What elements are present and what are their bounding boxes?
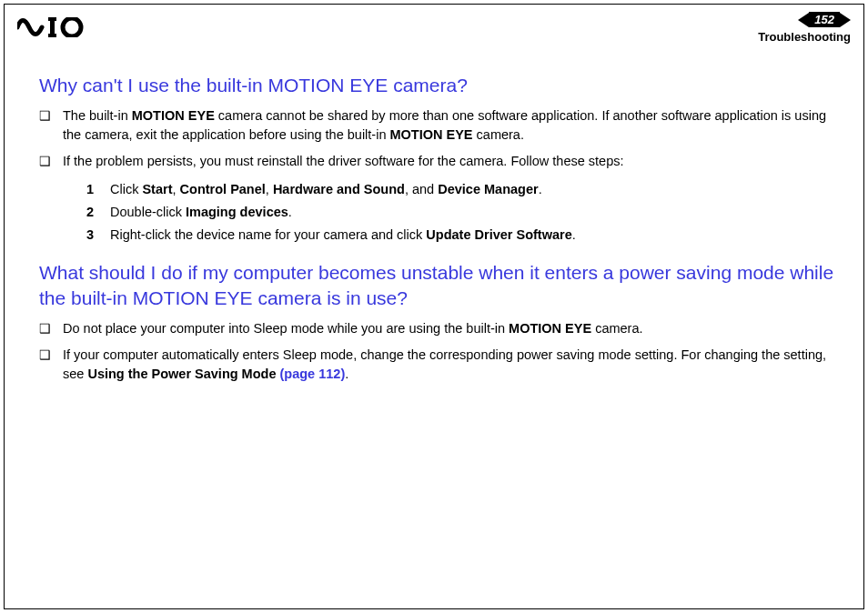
question-2-heading: What should I do if my computer becomes … [39,260,836,310]
step-number: 3 [86,224,94,246]
step-item: 1 Click Start, Control Panel, Hardware a… [86,178,836,201]
step-item: 2 Double-click Imaging devices. [86,201,836,224]
step-number: 1 [86,178,94,201]
list-item: Do not place your computer into Sleep mo… [39,319,836,338]
question-1-heading: Why can't I use the built-in MOTION EYE … [39,73,836,97]
page-number: 152 [809,12,840,27]
step-item: 3 Right-click the device name for your c… [86,224,836,246]
page-reference-link[interactable]: (page 112) [280,367,346,381]
header-right: 152 Troubleshooting [758,12,851,44]
list-item: The built-in MOTION EYE camera cannot be… [39,106,836,145]
svg-point-3 [63,18,81,36]
prev-page-icon[interactable] [798,13,809,27]
vaio-logo [17,12,105,37]
page-content: Why can't I use the built-in MOTION EYE … [5,47,863,384]
step-number: 2 [86,201,94,224]
section-label: Troubleshooting [758,30,851,44]
list-item: If the problem persists, you must reinst… [39,152,836,246]
document-page: 152 Troubleshooting Why can't I use the … [4,4,864,609]
page-number-badge: 152 [798,12,851,27]
page-header: 152 Troubleshooting [5,5,863,47]
list-item: If your computer automatically enters Sl… [39,346,836,384]
svg-rect-1 [48,17,56,21]
steps-list: 1 Click Start, Control Panel, Hardware a… [63,178,836,246]
question-2-answers: Do not place your computer into Sleep mo… [39,319,836,384]
svg-rect-2 [48,34,56,37]
next-page-icon[interactable] [840,13,851,27]
question-1-answers: The built-in MOTION EYE camera cannot be… [39,106,836,246]
